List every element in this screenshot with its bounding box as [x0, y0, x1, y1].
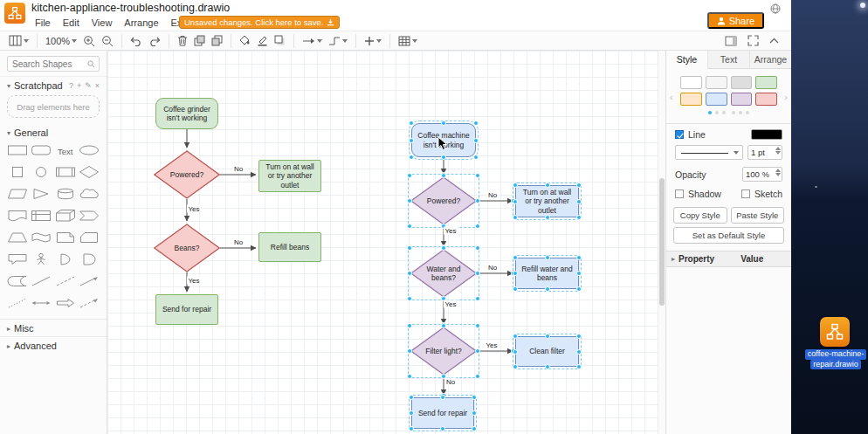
selection-handle[interactable] — [407, 198, 412, 203]
scratchpad-add-icon[interactable]: + — [77, 81, 81, 90]
undo-button[interactable] — [128, 34, 144, 48]
shape-parallelogram[interactable] — [7, 187, 28, 203]
selection-handle[interactable] — [407, 245, 412, 251]
shape-document[interactable] — [7, 209, 28, 224]
node-grinder-beans[interactable]: Beans? — [154, 224, 220, 272]
shape-text[interactable]: Text — [58, 147, 72, 156]
style-preset-orange[interactable] — [680, 93, 702, 106]
node-grinder-turn-on[interactable]: Turn on at wall or try another outlet — [258, 160, 321, 192]
selection-handle[interactable] — [475, 374, 480, 379]
selection-handle[interactable] — [440, 426, 445, 431]
shape-arrow[interactable] — [79, 274, 100, 290]
set-default-style-button[interactable]: Set as Default Style — [673, 227, 784, 244]
selection-handle[interactable] — [475, 198, 480, 203]
tab-style[interactable]: Style — [666, 51, 708, 69]
node-machine-turn-on[interactable]: Turn on at wall or try another outlet — [515, 185, 579, 217]
selection-handle[interactable] — [576, 255, 582, 260]
shadow-checkbox[interactable] — [675, 189, 684, 198]
edge-label[interactable]: No — [232, 238, 244, 246]
property-table-header[interactable]: ▸ Property Value — [666, 251, 791, 267]
selection-handle[interactable] — [409, 395, 414, 400]
share-button[interactable]: Share — [707, 12, 764, 29]
toggle-format-panel-button[interactable] — [723, 34, 739, 48]
selection-handle[interactable] — [475, 271, 480, 276]
selection-handle[interactable] — [475, 224, 480, 229]
style-preset-red[interactable] — [755, 93, 777, 106]
selection-handle[interactable] — [545, 334, 550, 339]
shape-triangle[interactable] — [31, 187, 52, 203]
shape-rectangle[interactable] — [7, 143, 28, 159]
selection-handle[interactable] — [407, 173, 412, 178]
edge-label[interactable]: Yes — [444, 300, 458, 308]
selection-handle[interactable] — [513, 255, 518, 260]
selection-handle[interactable] — [441, 323, 446, 328]
menu-view[interactable]: View — [86, 17, 119, 29]
edge-label[interactable]: Yes — [444, 227, 458, 235]
shape-line[interactable] — [31, 274, 52, 290]
selection-handle[interactable] — [545, 255, 550, 260]
selection-handle[interactable] — [475, 323, 480, 328]
shape-internal-storage[interactable] — [31, 209, 52, 224]
zoom-select[interactable]: 100% — [44, 34, 79, 48]
view-button[interactable] — [7, 33, 31, 48]
edge-label[interactable]: Yes — [187, 277, 201, 285]
paste-style-button[interactable]: Paste Style — [731, 207, 785, 224]
scratchpad-close-icon[interactable]: × — [95, 81, 100, 90]
style-preset-blue[interactable] — [706, 93, 727, 106]
style-preset-white[interactable] — [680, 76, 702, 89]
line-width-stepper[interactable] — [747, 145, 782, 160]
selection-handle[interactable] — [475, 348, 480, 354]
node-grinder-refill[interactable]: Refill beans — [258, 232, 321, 262]
edge-label[interactable]: Yes — [187, 205, 201, 213]
canvas-vertical-scrollbar[interactable] — [658, 51, 665, 434]
shape-card[interactable] — [79, 231, 100, 246]
tab-arrange[interactable]: Arrange — [750, 51, 791, 68]
scratchpad-header[interactable]: ▾ Scratchpad ? + ✎ × — [0, 77, 107, 93]
selection-handle[interactable] — [576, 364, 582, 369]
edge-label[interactable]: No — [486, 191, 498, 199]
desktop-file-icon[interactable] — [820, 317, 850, 347]
delete-button[interactable] — [176, 33, 189, 48]
node-machine-refill[interactable]: Refill water and beans — [515, 258, 579, 289]
selection-handle[interactable] — [545, 286, 550, 292]
node-machine-clean-filter[interactable]: Clean filter — [515, 336, 579, 367]
selection-handle[interactable] — [576, 349, 582, 355]
copy-style-button[interactable]: Copy Style — [673, 207, 727, 224]
shape-and[interactable] — [79, 252, 100, 268]
collapse-toolbar-button[interactable] — [768, 36, 781, 45]
selection-handle[interactable] — [576, 334, 582, 339]
general-section-header[interactable]: ▾ General — [0, 124, 107, 141]
zoom-out-button[interactable] — [100, 33, 115, 49]
fullscreen-button[interactable] — [746, 33, 761, 48]
shape-trapezoid[interactable] — [7, 231, 28, 246]
selection-handle[interactable] — [513, 334, 518, 339]
selection-handle[interactable] — [513, 183, 518, 188]
line-checkbox[interactable] — [675, 130, 684, 139]
selection-handle[interactable] — [473, 138, 479, 143]
selection-handle[interactable] — [407, 323, 412, 328]
zoom-in-button[interactable] — [81, 33, 97, 49]
scratchpad-edit-icon[interactable]: ✎ — [85, 81, 92, 90]
selection-handle[interactable] — [407, 271, 412, 276]
shape-diamond[interactable] — [79, 165, 100, 181]
selection-handle[interactable] — [409, 138, 414, 143]
selection-handle[interactable] — [576, 183, 582, 188]
shape-step[interactable] — [79, 209, 100, 224]
shape-data-storage[interactable] — [7, 274, 28, 290]
fill-color-button[interactable] — [238, 33, 252, 48]
advanced-section-header[interactable]: ▸ Advanced — [0, 336, 107, 354]
shape-bidirectional-arrow[interactable] — [31, 296, 52, 312]
shape-circle[interactable] — [31, 165, 52, 181]
selection-handle[interactable] — [441, 121, 446, 126]
selection-handle[interactable] — [513, 271, 518, 276]
shape-dashed-line[interactable] — [55, 274, 76, 290]
scrollbar-thumb[interactable] — [659, 178, 665, 306]
edge-label[interactable]: Yes — [485, 341, 499, 349]
selection-handle[interactable] — [475, 296, 480, 301]
shape-dotted-line[interactable] — [7, 296, 28, 312]
node-grinder-repair[interactable]: Send for repair — [155, 294, 218, 325]
selection-handle[interactable] — [440, 395, 445, 400]
node-machine-water-beans[interactable]: Water and beans? — [410, 249, 477, 298]
line-style-dropdown[interactable] — [675, 145, 743, 160]
shape-ellipse[interactable] — [79, 143, 100, 159]
